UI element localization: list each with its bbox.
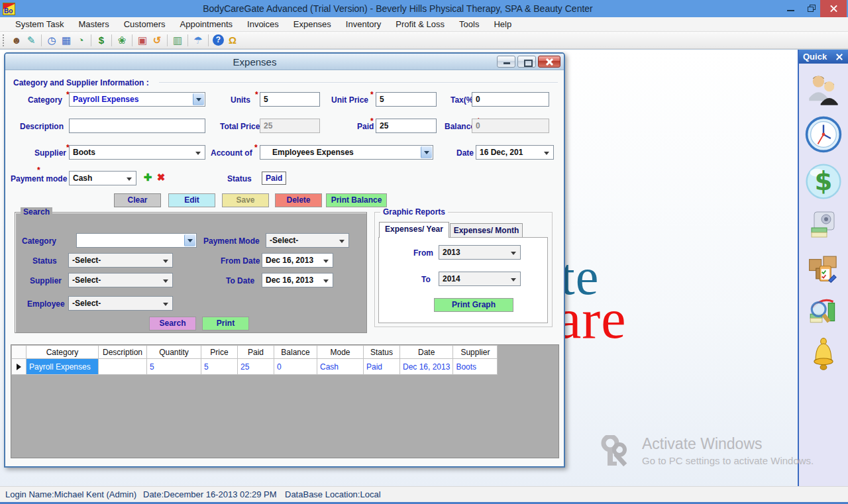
toolbar-grip [3, 34, 5, 46]
quick-close-icon[interactable] [835, 52, 844, 62]
search-employee-combobox[interactable]: -Select- [68, 296, 173, 311]
quick-billing-dollar-icon[interactable]: $ [804, 162, 843, 201]
col-supplier[interactable]: Supplier [453, 346, 498, 359]
quick-customers-icon[interactable] [806, 72, 841, 107]
col-status[interactable]: Status [364, 346, 400, 359]
quick-inventory-icon[interactable] [805, 250, 842, 285]
chevron-down-icon [163, 303, 168, 306]
paid-required: * [370, 117, 374, 126]
reports-chart-icon[interactable]: ▥ [170, 34, 185, 47]
graph-to-year-combobox[interactable]: 2014 [439, 272, 521, 286]
delete-payment-mode-icon[interactable]: ✖ [155, 172, 167, 183]
expenses-dialog-titlebar[interactable]: Expenses [5, 54, 564, 70]
dollar-icon[interactable]: $ [94, 34, 109, 47]
calendar-icon[interactable]: ▦ [59, 34, 74, 47]
restore-button[interactable] [800, 0, 820, 17]
units-input[interactable]: 5 [260, 92, 320, 107]
payments-icon[interactable]: ◔ [74, 34, 88, 47]
menu-appointments[interactable]: Appointments [173, 17, 240, 32]
chevron-down-icon[interactable] [184, 234, 195, 246]
close-button[interactable] [820, 0, 847, 17]
search-from-date-picker[interactable]: Dec 16, 2013 [262, 253, 333, 268]
tab-expenses-year[interactable]: Expenses/ Year [379, 222, 449, 238]
chevron-down-icon[interactable] [193, 93, 204, 105]
col-paid[interactable]: Paid [238, 346, 274, 359]
date-picker[interactable]: 16 Dec, 201 [476, 145, 554, 160]
cell-supplier[interactable]: Boots [453, 359, 498, 375]
supplier-combobox[interactable]: Boots [69, 145, 205, 160]
col-date[interactable]: Date [400, 346, 453, 359]
appointments-clock-icon[interactable]: ◷ [44, 34, 59, 47]
search-status-combobox[interactable]: -Select- [68, 253, 173, 268]
menu-customers[interactable]: Customers [117, 17, 173, 32]
undo-icon[interactable]: ↺ [150, 34, 164, 47]
search-button[interactable]: Search [149, 317, 196, 330]
menu-system-task[interactable]: System Task [8, 17, 71, 32]
quick-cash-safe-icon[interactable] [807, 209, 840, 241]
minimize-button[interactable] [780, 0, 800, 17]
cell-balance[interactable]: 0 [274, 359, 317, 375]
expenses-dialog: Expenses Category and Supplier Informati… [4, 52, 565, 468]
customers-icon[interactable]: ☻ [9, 34, 24, 47]
menu-inventory[interactable]: Inventory [339, 17, 388, 32]
col-description[interactable]: Description [99, 346, 147, 359]
col-mode[interactable]: Mode [317, 346, 364, 359]
design-icon[interactable]: ✎ [24, 34, 38, 47]
clear-button[interactable]: Clear [114, 193, 161, 207]
cell-description[interactable] [99, 359, 147, 375]
cell-price[interactable]: 5 [201, 359, 238, 375]
dialog-minimize-button[interactable] [497, 56, 515, 68]
print-graph-button[interactable]: Print Graph [434, 298, 513, 312]
cell-quantity[interactable]: 5 [147, 359, 201, 375]
add-payment-mode-icon[interactable]: ✚ [142, 172, 154, 183]
account-of-combobox[interactable]: Employees Expenses [260, 145, 433, 160]
dialog-close-button[interactable] [538, 56, 560, 68]
cell-status[interactable]: Paid [364, 359, 400, 375]
edit-button[interactable]: Edit [168, 193, 215, 207]
quick-appointments-clock-icon[interactable] [804, 115, 843, 154]
menu-tools[interactable]: Tools [452, 17, 486, 32]
search-to-date-label: To Date [226, 276, 254, 285]
package-icon[interactable]: ▣ [135, 34, 150, 47]
search-to-date-picker[interactable]: Dec 16, 2013 [262, 273, 333, 287]
search-category-combobox[interactable] [76, 233, 197, 248]
print-button[interactable]: Print [202, 317, 249, 330]
quick-profit-analysis-icon[interactable] [806, 294, 841, 327]
print-balance-button[interactable]: Print Balance [326, 193, 387, 207]
col-balance[interactable]: Balance [274, 346, 317, 359]
search-supplier-combobox[interactable]: -Select- [68, 273, 173, 287]
col-price[interactable]: Price [201, 346, 238, 359]
unit-price-input[interactable]: 5 [376, 92, 437, 107]
user-icon[interactable]: ☂ [191, 34, 205, 47]
payment-mode-combobox[interactable]: Cash [69, 171, 136, 185]
cell-mode[interactable]: Cash [317, 359, 364, 375]
menu-profit-loss[interactable]: Profit & Loss [388, 17, 452, 32]
graph-from-year-combobox[interactable]: 2013 [439, 245, 521, 260]
cell-category[interactable]: Payroll Expenses [26, 359, 99, 375]
menu-invoices[interactable]: Invoices [240, 17, 286, 32]
delete-button[interactable]: Delete [275, 193, 322, 207]
quick-reminders-bell-icon[interactable] [806, 336, 841, 373]
table-row[interactable]: Payroll Expenses 5 5 25 0 Cash Paid Dec … [12, 359, 498, 375]
col-quantity[interactable]: Quantity [147, 346, 201, 359]
payment-mode-label: Payment mode [11, 174, 67, 183]
tab-expenses-month[interactable]: Expenses/ Month [450, 223, 523, 238]
reminder-bell-icon[interactable]: Ω [225, 34, 240, 47]
help-icon[interactable]: ? [213, 34, 224, 46]
save-button[interactable]: Save [222, 193, 269, 207]
dialog-maximize-button[interactable] [517, 56, 536, 68]
menu-expenses[interactable]: Expenses [286, 17, 339, 32]
plant-icon[interactable]: ❀ [115, 34, 129, 47]
description-input[interactable] [69, 119, 205, 133]
cell-date[interactable]: Dec 16, 2013 [400, 359, 453, 375]
paid-input[interactable]: 25 [376, 119, 437, 133]
col-category[interactable]: Category [26, 346, 99, 359]
menu-help[interactable]: Help [486, 17, 519, 32]
category-combobox[interactable]: Payroll Expenses [69, 92, 205, 107]
chevron-down-icon[interactable] [421, 146, 432, 158]
search-payment-mode-combobox[interactable]: -Select- [266, 233, 349, 248]
tax-input[interactable]: 0 [472, 92, 549, 107]
account-of-label: Account of [211, 148, 252, 158]
menu-masters[interactable]: Masters [71, 17, 116, 32]
cell-paid[interactable]: 25 [238, 359, 274, 375]
